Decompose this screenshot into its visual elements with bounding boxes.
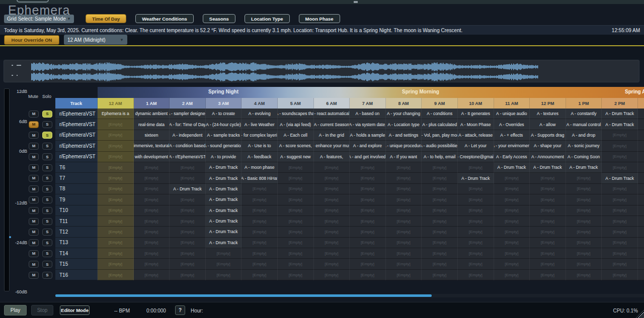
grid-cell[interactable]: A - Moon Phase (458, 119, 494, 130)
grid-cell-empty[interactable]: [Empty] (602, 227, 638, 237)
mute-button-row-1[interactable]: M (29, 111, 39, 118)
grid-cell[interactable]: A - independent (170, 130, 206, 141)
grid-cell-empty[interactable]: [Empty] (566, 259, 602, 269)
grid-cell-empty[interactable]: [Empty] (422, 173, 458, 183)
grid-cell-empty[interactable]: [Empty] (422, 205, 458, 216)
grid-cell[interactable]: A - and get involved! (350, 152, 386, 162)
grid-cell-empty[interactable]: [Empty] (422, 184, 458, 194)
hour-header[interactable]: 2 PM (602, 98, 638, 109)
grid-cell-empty[interactable]: [Empty] (242, 194, 278, 205)
track-name[interactable]: T8 (55, 184, 98, 194)
grid-cell-empty[interactable]: [Empty] (422, 248, 458, 259)
grid-cell-empty[interactable]: [Empty] (530, 216, 566, 227)
grid-cell-empty[interactable] (638, 184, 644, 194)
grid-cell-empty[interactable]: [Empty] (278, 238, 314, 248)
grid-cell-empty[interactable]: [Empty] (134, 173, 170, 183)
grid-cell-empty[interactable]: [Empty] (314, 227, 350, 237)
grid-cell-empty[interactable]: [Empty] (98, 173, 134, 183)
solo-button-row-16[interactable]: S (42, 272, 52, 279)
hour-header[interactable]: 4 AM (242, 98, 278, 109)
grid-cell-empty[interactable]: [Empty] (386, 248, 422, 259)
grid-cell-empty[interactable]: [Empty] (350, 238, 386, 248)
track-name[interactable]: T10 (55, 205, 98, 216)
mute-button-row-10[interactable]: M (29, 207, 39, 214)
grid-cell-empty[interactable]: [Empty] (422, 162, 458, 173)
grid-cell-empty[interactable]: [Empty] (458, 238, 494, 248)
grid-cell-empty[interactable]: [Empty] (242, 227, 278, 237)
grid-cell-empty[interactable]: [Empty] (98, 130, 134, 141)
grid-cell-empty[interactable]: [Empty] (134, 238, 170, 248)
mute-button-row-11[interactable]: M (29, 218, 39, 225)
grid-cell-empty[interactable]: [Empty] (242, 205, 278, 216)
grid-cell-empty[interactable]: [Empty] (206, 270, 242, 280)
grid-cell[interactable]: A - Use is to (242, 141, 278, 151)
grid-cell-empty[interactable]: [Empty] (134, 270, 170, 280)
grid-cell[interactable]: A - Early Access (494, 152, 530, 162)
grid-cell[interactable]: A - Drum Track (206, 184, 242, 194)
grid-cell[interactable]: A - features, (314, 152, 350, 162)
grid-cell[interactable]: A - Creeptone@gmail... (458, 152, 494, 162)
grid-cell[interactable]: A - Drum Track (602, 109, 638, 119)
track-name[interactable]: T15 (55, 259, 98, 269)
grid-cell-empty[interactable]: [Empty] (494, 227, 530, 237)
track-name[interactable]: r/EphemeraVST (55, 152, 98, 162)
track-name[interactable]: T13 (55, 238, 98, 248)
hour-header[interactable]: 2 AM (170, 98, 206, 109)
grid-cell-empty[interactable]: [Empty] (530, 238, 566, 248)
grid-cell-empty[interactable]: [Empty] (602, 130, 638, 141)
grid-cell[interactable]: A - holds a sample (350, 130, 386, 141)
grid-cell-empty[interactable] (638, 248, 644, 259)
grid-cell-empty[interactable]: [Empty] (242, 238, 278, 248)
grid-cell-empty[interactable]: [Empty] (602, 152, 638, 162)
solo-button-row-10[interactable]: S (42, 207, 52, 214)
grid-cell[interactable]: A - Drum Track (170, 184, 206, 194)
grid-cell-empty[interactable]: [Empty] (350, 227, 386, 237)
grid-cell[interactable]: A - live Weather (242, 119, 278, 130)
grid-cell-empty[interactable]: [Empty] (530, 270, 566, 280)
grid-cell[interactable]: A - textures (530, 109, 566, 119)
grid-cell-empty[interactable]: [Empty] (494, 238, 530, 248)
grid-cell-empty[interactable] (638, 162, 644, 173)
grid-cell[interactable]: A - to create (206, 109, 242, 119)
tab-seasons[interactable]: Seasons (203, 14, 235, 23)
grid-cell-empty[interactable]: [Empty] (530, 173, 566, 183)
hour-header[interactable]: 11 AM (494, 98, 530, 109)
grid-cell-empty[interactable]: [Empty] (602, 205, 638, 216)
grid-cell-empty[interactable]: [Empty] (134, 162, 170, 173)
grid-cell-empty[interactable]: [Empty] (314, 205, 350, 216)
grid-cell[interactable]: A - condition based (170, 141, 206, 151)
grid-cell-empty[interactable]: [Empty] (422, 194, 458, 205)
grid-cell-empty[interactable]: [Empty] (98, 162, 134, 173)
grid-cell-empty[interactable]: [Empty] (386, 227, 422, 237)
grid-cell[interactable]: A - Location type (386, 119, 422, 130)
grid-cell[interactable]: A - based on (350, 109, 386, 119)
solo-button-row-3[interactable]: S (42, 132, 52, 139)
grid-cell-empty[interactable] (638, 194, 644, 205)
grid-cell-empty[interactable]: [Empty] (134, 184, 170, 194)
grid-cell-empty[interactable]: [Empty] (458, 162, 494, 173)
track-name[interactable]: T6 (55, 162, 98, 173)
grid-cell-empty[interactable]: [Empty] (350, 173, 386, 183)
grid-cell-empty[interactable]: [Empty] (530, 205, 566, 216)
solo-button-row-1[interactable]: S (42, 111, 52, 118)
grid-cell-empty[interactable]: [Empty] (98, 205, 134, 216)
grid-cell[interactable]: A - r/EphemeraVST (170, 152, 206, 162)
grid-cell-empty[interactable]: [Empty] (422, 238, 458, 248)
grid-cell[interactable]: A - soundscapes that (278, 109, 314, 119)
grid-cell[interactable]: A - your envirnoment (494, 141, 530, 151)
grid-cell[interactable]: A - Drum Track (458, 173, 494, 183)
grid-cell-empty[interactable]: [Empty] (350, 184, 386, 194)
tab-location-type[interactable]: Location Type (245, 14, 290, 23)
grid-cell-empty[interactable] (638, 216, 644, 227)
grid-cell-empty[interactable]: [Empty] (458, 205, 494, 216)
track-name[interactable]: T7 (55, 173, 98, 183)
grid-cell-empty[interactable]: [Empty] (566, 184, 602, 194)
solo-button-row-12[interactable]: S (42, 229, 52, 236)
grid-cell-empty[interactable]: [Empty] (170, 205, 206, 216)
scrollbar-thumb[interactable] (55, 294, 432, 297)
solo-button-row-15[interactable]: S (42, 261, 52, 268)
grid-cell[interactable]: A - Let your (458, 141, 494, 151)
grid-cell-empty[interactable]: [Empty] (170, 248, 206, 259)
grid-cell-empty[interactable]: [Empty] (314, 173, 350, 183)
grid-cell-empty[interactable]: [Empty] (314, 194, 350, 205)
